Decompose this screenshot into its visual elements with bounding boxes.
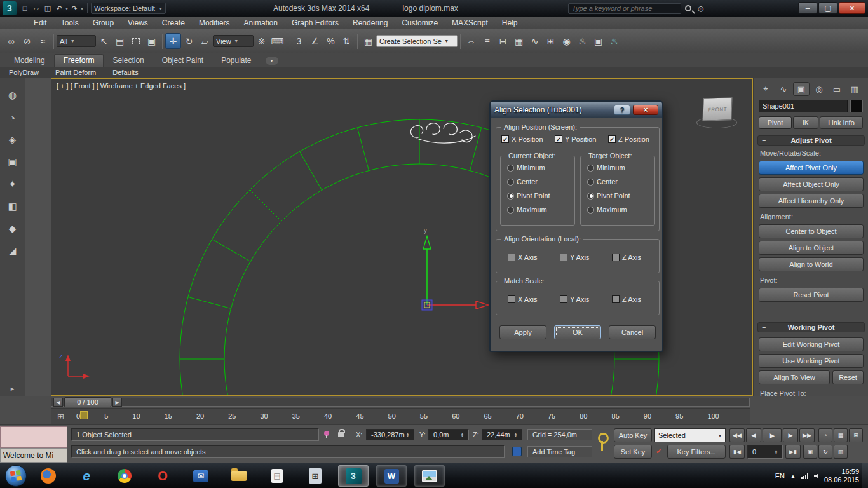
freeform-tool-icon-5[interactable]: ✦ <box>4 176 21 193</box>
menu-create[interactable]: Create <box>155 17 192 29</box>
key-next-button[interactable]: ▶▮ <box>785 445 801 459</box>
time-slider-track[interactable] <box>51 398 750 407</box>
freeform-tool-icon-7[interactable]: ◆ <box>4 220 21 237</box>
menu-modifiers[interactable]: Modifiers <box>192 17 237 29</box>
previous-frame-button[interactable]: ◀ <box>746 428 761 442</box>
app-menu-icon[interactable]: 3 <box>3 1 17 15</box>
align-to-object-button[interactable]: Align to Object <box>759 241 864 255</box>
curve-editor-icon[interactable]: ∿ <box>527 33 543 49</box>
modify-tab-icon[interactable]: ∿ <box>775 82 792 96</box>
calculator-icon[interactable]: ⊞ <box>300 465 330 487</box>
binoculars-icon[interactable]: ◎ <box>695 3 707 14</box>
new-file-icon[interactable]: □ <box>19 3 31 14</box>
z-position-checkbox[interactable]: Z Position <box>608 135 649 143</box>
notification-pin-icon[interactable] <box>324 431 329 436</box>
unlink-selection-icon[interactable]: ⊘ <box>19 33 35 49</box>
link-info-tab-button[interactable]: Link Info <box>820 116 863 129</box>
menu-customize[interactable]: Customize <box>395 17 445 29</box>
cancel-button[interactable]: Cancel <box>609 325 656 339</box>
search-icon[interactable] <box>685 5 691 11</box>
view-cube-front-face[interactable]: FRONT <box>702 97 732 121</box>
dialog-close-button[interactable]: × <box>633 105 658 115</box>
isolate-selection-icon[interactable] <box>512 447 522 456</box>
align-to-view-button[interactable]: Align To View <box>759 370 830 384</box>
set-key-button[interactable]: Set Key <box>614 445 652 459</box>
time-icon-button-3[interactable]: ▣ <box>803 445 817 459</box>
reset-pivot-button[interactable]: Reset Pivot <box>759 288 864 302</box>
language-indicator[interactable]: EN <box>775 472 785 480</box>
ribbon-minimize-icon[interactable]: ▾ <box>266 57 278 65</box>
panel-paint-deform[interactable]: Paint Deform <box>55 69 96 76</box>
track-bar[interactable]: ⊞ 05101520253035404550556065707580859095… <box>51 408 750 424</box>
network-icon[interactable] <box>801 473 808 479</box>
layer-manager-icon[interactable]: ⊟ <box>495 33 511 49</box>
bind-to-space-warp-icon[interactable]: ≈ <box>35 33 51 49</box>
view-cube[interactable]: FRONT <box>696 95 738 132</box>
apply-button[interactable]: Apply <box>499 325 546 339</box>
word-icon[interactable]: W <box>376 465 407 487</box>
menu-help[interactable]: Help <box>495 17 525 29</box>
rendered-frame-window-icon[interactable]: ▣ <box>590 33 606 49</box>
orient-y-axis-checkbox[interactable]: Y Axis <box>560 254 589 261</box>
search-input[interactable] <box>568 3 681 14</box>
current-frame-field[interactable]: 0▲▼ <box>747 445 783 459</box>
graphite-ribbon-toggle-icon[interactable]: ▦ <box>511 33 527 49</box>
scale-x-axis-checkbox[interactable]: X Axis <box>508 295 538 303</box>
welcome-window[interactable]: Welcome to Mi <box>0 426 67 463</box>
spinner-snap-icon[interactable]: ⇅ <box>339 33 355 49</box>
time-configuration-icon[interactable]: ⊞ <box>849 428 863 442</box>
key-filters-button[interactable]: Key Filters... <box>667 445 726 459</box>
x-coord-field[interactable]: -330,287m▲▼ <box>366 429 414 440</box>
selection-lock-icon[interactable] <box>338 432 344 437</box>
select-object-icon[interactable]: ↖ <box>96 33 112 49</box>
pivot-tab-button[interactable]: Pivot <box>759 116 792 129</box>
firefox-icon[interactable] <box>33 465 64 487</box>
menu-tools[interactable]: Tools <box>54 17 86 29</box>
3dsmax-taskbar-icon[interactable]: 3 <box>338 465 369 487</box>
mini-curve-editor-icon[interactable]: ⊞ <box>57 412 64 421</box>
hidden-icons-chevron[interactable]: ▲ <box>790 473 796 479</box>
target-center-radio[interactable]: Center <box>587 178 618 186</box>
welcome-window-titlebar[interactable]: Welcome to Mi <box>0 448 67 463</box>
strip-expand-icon[interactable]: ► <box>10 386 15 392</box>
affect-pivot-only-button[interactable]: Affect Pivot Only <box>759 161 864 175</box>
schematic-view-icon[interactable]: ⊞ <box>543 33 559 49</box>
motion-tab-icon[interactable]: ◎ <box>811 82 827 96</box>
affect-object-only-button[interactable]: Affect Object Only <box>759 177 864 191</box>
select-and-link-icon[interactable]: ∞ <box>3 33 19 49</box>
scale-z-axis-checkbox[interactable]: Z Axis <box>612 295 641 303</box>
y-coord-field[interactable]: 0,0m▲▼ <box>428 429 469 440</box>
explorer-folder-icon[interactable] <box>224 465 254 487</box>
edit-working-pivot-button[interactable]: Edit Working Pivot <box>759 337 864 351</box>
working-pivot-rollout[interactable]: −Working Pivot <box>757 322 865 332</box>
menu-animation[interactable]: Animation <box>237 17 285 29</box>
align-icon[interactable]: ≡ <box>479 33 495 49</box>
select-and-move-icon[interactable]: ✛ <box>165 33 181 49</box>
menu-edit[interactable]: Edit <box>27 17 54 29</box>
time-slider-next-icon[interactable]: ▶ <box>112 398 122 407</box>
material-editor-icon[interactable]: ◉ <box>559 33 574 49</box>
select-and-scale-icon[interactable]: ▱ <box>197 33 213 49</box>
reset-working-pivot-button[interactable]: Reset <box>832 370 864 384</box>
x-position-checkbox[interactable]: X Position <box>501 135 543 143</box>
ribbon-tab-object-paint[interactable]: Object Paint <box>153 55 212 67</box>
chrome-icon[interactable] <box>109 465 140 487</box>
center-to-object-button[interactable]: Center to Object <box>759 224 864 238</box>
add-time-tag[interactable]: Add Time Tag <box>527 446 592 458</box>
undo-dropdown-icon[interactable]: ▾ <box>65 6 68 11</box>
freeform-tool-icon-1[interactable]: ◍ <box>4 87 21 104</box>
z-coord-field[interactable]: 22,44m▲▼ <box>482 429 522 440</box>
angle-snap-icon[interactable]: ∠ <box>307 33 323 49</box>
named-selection-set-dropdown[interactable]: Create Selection Se ▾ <box>376 35 458 47</box>
ribbon-tab-freeform[interactable]: Freeform <box>54 54 104 67</box>
dialog-titlebar[interactable]: Align Selection (Tube001) ? × <box>491 102 662 118</box>
start-button[interactable] <box>5 465 27 487</box>
mirror-icon[interactable]: ⇔ <box>463 33 479 49</box>
window-crossing-icon[interactable]: ▣ <box>144 33 159 49</box>
ik-tab-button[interactable]: IK <box>793 116 818 129</box>
set-key-icon[interactable] <box>597 433 606 452</box>
freeform-tool-icon-4[interactable]: ▣ <box>4 154 21 170</box>
auto-key-button[interactable]: Auto Key <box>614 428 652 442</box>
select-and-rotate-icon[interactable]: ↻ <box>181 33 197 49</box>
menu-views[interactable]: Views <box>121 17 155 29</box>
